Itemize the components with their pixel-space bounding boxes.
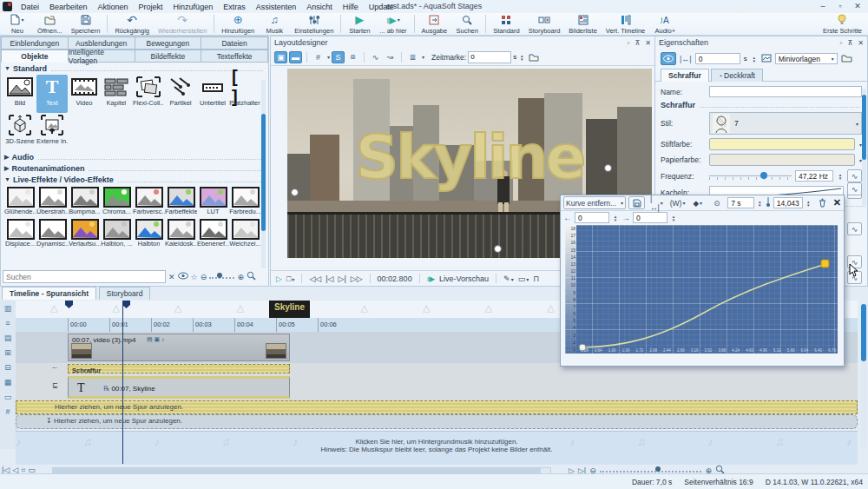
- view-vert-timeline-button[interactable]: Vert. Timeline: [602, 13, 649, 35]
- tab-intelligente-vorlagen[interactable]: Intelligente Vorlagen: [69, 50, 135, 63]
- stretch-curve-icon[interactable]: |↔|▾: [648, 196, 666, 209]
- playhead-line[interactable]: [122, 304, 123, 464]
- selection-handle[interactable]: [494, 245, 502, 253]
- view-bilderliste-button[interactable]: Bilderliste: [564, 13, 602, 35]
- timeline-zoom-slider[interactable]: [600, 469, 702, 472]
- snap-button[interactable]: S: [332, 51, 345, 63]
- left-arrow-icon[interactable]: ←: [563, 213, 572, 222]
- search-button[interactable]: Suchen: [451, 13, 483, 35]
- track-tool-icon[interactable]: ≡: [5, 319, 10, 327]
- frequency-slider[interactable]: [709, 172, 792, 181]
- close-curve-editor-button[interactable]: ✕: [833, 197, 841, 208]
- object-partikel[interactable]: Partikel: [165, 75, 196, 113]
- pen-color-swatch[interactable]: [709, 138, 855, 150]
- curve-mode-icon[interactable]: ∿: [369, 51, 382, 63]
- keyframe-time-input[interactable]: 7 s: [727, 197, 754, 208]
- track-tool-icon[interactable]: #: [5, 407, 10, 416]
- object-kapitel[interactable]: Kapitel: [101, 75, 132, 113]
- duration-input[interactable]: 0: [695, 53, 740, 64]
- list-view-button[interactable]: ≣: [406, 51, 419, 63]
- view-storyboard-button[interactable]: Storyboard: [524, 13, 565, 35]
- sound-icon[interactable]: ⊓: [533, 274, 539, 283]
- track-tool-icon[interactable]: ▦: [4, 378, 12, 387]
- effect-item[interactable]: Ebenenef...: [197, 219, 229, 251]
- effect-item[interactable]: Displace...: [4, 219, 36, 251]
- menu-extras[interactable]: Extras: [218, 2, 251, 12]
- new-track-hint-gray[interactable]: ↧ Hierher ziehen, um neue Spur anzulegen…: [16, 414, 858, 429]
- visibility-eye-button[interactable]: [661, 52, 676, 65]
- tab-bildeffekte[interactable]: Bildeffekte: [135, 50, 202, 63]
- music-button[interactable]: ♫ Musik: [259, 13, 290, 35]
- minimize-button[interactable]: –: [814, 0, 832, 12]
- favorites-star-icon[interactable]: ☆: [191, 273, 198, 281]
- thumbnail-size-slider[interactable]: [209, 275, 234, 279]
- menu-projekt[interactable]: Projekt: [134, 2, 168, 12]
- object-platzhalter[interactable]: [ ] Platzhalter: [229, 75, 260, 113]
- animation-curve-button[interactable]: ∿: [847, 222, 862, 235]
- frequency-curve-button[interactable]: ∿: [847, 169, 862, 182]
- object-video[interactable]: Video: [69, 75, 100, 113]
- track-tool-icon[interactable]: ▤: [4, 334, 12, 342]
- save-button[interactable]: Speichern: [67, 13, 105, 35]
- live-preview-toggle[interactable]: Live-Vorschau: [439, 274, 489, 283]
- menu-ansicht[interactable]: Ansicht: [301, 2, 338, 12]
- effect-item[interactable]: Halbton, ...: [101, 219, 133, 251]
- frame-button[interactable]: ⧈: [346, 51, 359, 63]
- redo-button[interactable]: ↷ Wiederherstellen: [154, 13, 211, 35]
- track-tool-icon[interactable]: ⊞: [4, 348, 11, 357]
- object-externe-inhalte[interactable]: Externe In...: [36, 113, 68, 151]
- fit-view-button[interactable]: ▣: [274, 51, 287, 63]
- animation-curve-button[interactable]: ∿: [847, 182, 862, 195]
- pos-right-input[interactable]: 0: [633, 212, 667, 223]
- restore-button[interactable]: ▫: [832, 0, 849, 12]
- object-3d-szene[interactable]: 3D-Szene: [4, 113, 36, 151]
- skip-start-icon[interactable]: ◁◁: [309, 274, 321, 283]
- stil-dropdown[interactable]: 7 ▾: [709, 112, 862, 135]
- animation-curve-button[interactable]: ∿: [847, 255, 862, 268]
- float-panel-icon[interactable]: ▫: [628, 39, 630, 47]
- display-mode-icon[interactable]: ▭▾: [518, 274, 529, 283]
- open-button[interactable]: Öffnen...: [33, 13, 67, 35]
- music-track[interactable]: ♪ ♫ ♪ ♫ ♪ ♫ ♪ ♫ ♪ ♫ ♪ ♫ ♪ ♫ ♪ ♫ Klicken …: [16, 431, 858, 465]
- play-button[interactable]: ▶ Starten: [344, 13, 375, 35]
- effect-item[interactable]: Kaleidosk...: [165, 219, 197, 251]
- properties-scrollbar[interactable]: [862, 89, 866, 208]
- grid-dropdown-icon[interactable]: ▾: [327, 54, 330, 60]
- section-standard[interactable]: ▼ Standard: [1, 63, 268, 74]
- curve-chart[interactable]: 181716151413121110987654321 0.280.641.00…: [565, 225, 838, 354]
- object-untertitel[interactable]: Untertitel: [197, 75, 228, 113]
- canvas-text-object[interactable]: Skyline: [287, 122, 652, 192]
- selection-handle[interactable]: [604, 164, 612, 172]
- skip-end-icon[interactable]: ▷▷: [351, 274, 363, 283]
- effect-item[interactable]: Farbeffekte: [165, 187, 197, 219]
- tab-prop-deckkraft[interactable]: ◔Deckkraft: [711, 69, 763, 82]
- save-curve-icon[interactable]: [628, 196, 645, 209]
- menu-bearbeiten[interactable]: Bearbeiten: [44, 2, 93, 12]
- aspect-button[interactable]: ▬: [289, 51, 302, 63]
- tab-bewegungen[interactable]: Bewegungen: [135, 36, 202, 50]
- frequency-value[interactable]: 47,22 Hz: [795, 170, 833, 182]
- right-arrow-icon[interactable]: →: [621, 213, 630, 222]
- list-dropdown-icon[interactable]: ▾: [422, 54, 424, 60]
- delete-keyframe-icon[interactable]: [814, 196, 831, 209]
- clear-search-icon[interactable]: ✕: [168, 273, 175, 281]
- folder-icon[interactable]: [527, 51, 540, 63]
- paper-color-swatch[interactable]: [709, 154, 855, 166]
- curve-action-dropdown[interactable]: Kurve entfern...▾: [563, 196, 626, 209]
- track-grip-icon[interactable]: ⊑: [52, 381, 58, 389]
- pin-panel-icon[interactable]: ⊼: [847, 39, 852, 47]
- animation-curve-button[interactable]: ∿: [847, 271, 862, 284]
- zoom-out-icon[interactable]: ⊖: [201, 273, 207, 281]
- menu-hilfe[interactable]: Hilfe: [338, 2, 364, 12]
- name-input[interactable]: [709, 86, 862, 97]
- track-tool-icon[interactable]: ▥: [4, 304, 12, 313]
- effect-item[interactable]: Verlaufsu...: [69, 219, 101, 251]
- effect-item[interactable]: Chroma...: [101, 187, 133, 219]
- tab-prop-schraffur[interactable]: Schraffur: [661, 69, 709, 82]
- output-button[interactable]: Ausgabe: [418, 13, 452, 35]
- section-audio[interactable]: ▶ Audio: [1, 151, 268, 162]
- close-panel-icon[interactable]: ✕: [858, 39, 864, 47]
- section-routenanimationen[interactable]: ▶ Routenanimationen: [1, 162, 268, 174]
- undo-button[interactable]: ↶ Rückgängig: [110, 13, 154, 35]
- keyframe-icon[interactable]: ◆▾: [689, 196, 706, 209]
